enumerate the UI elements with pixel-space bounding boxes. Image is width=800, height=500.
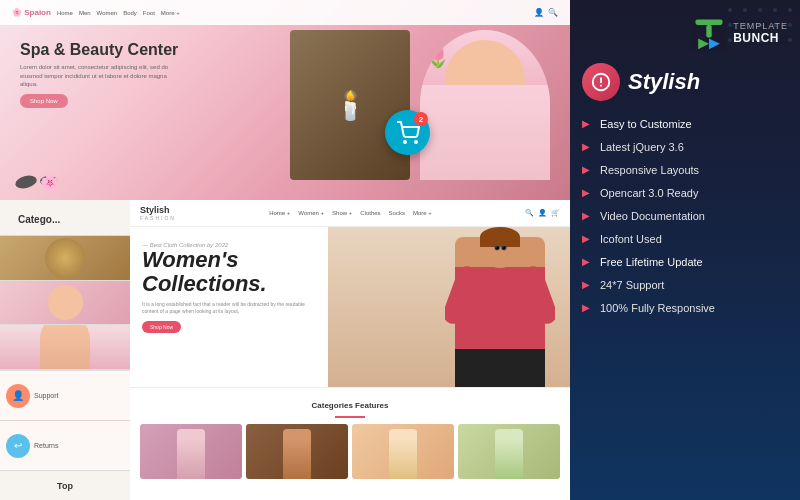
cat-thumb-1 — [140, 424, 242, 479]
cat-thumb-4 — [458, 424, 560, 479]
arrow-icon-2: ▶ — [582, 164, 594, 176]
spa-woman-figure: 🌷 — [420, 30, 550, 180]
svg-point-2 — [728, 8, 732, 12]
right-panel: TEMPLATE BUNCH Stylish ▶ Easy to Customi… — [570, 0, 800, 500]
svg-point-15 — [773, 38, 777, 42]
arrow-icon-8: ▶ — [582, 302, 594, 314]
product-name: Stylish — [628, 69, 700, 95]
arrow-icon-4: ▶ — [582, 210, 594, 222]
svg-point-6 — [788, 8, 792, 12]
fashion-title: Women's Collections. — [142, 248, 316, 296]
categories-section: Categories Features — [130, 387, 570, 487]
feature-text-8: 100% Fully Responsive — [600, 302, 715, 314]
feature-text-1: Latest jQuery 3.6 — [600, 141, 684, 153]
arrow-icon-1: ▶ — [582, 141, 594, 153]
thumb-item-1 — [0, 236, 130, 281]
flower-decoration: 🌷 — [425, 45, 450, 69]
arrow-icon-6: ▶ — [582, 256, 594, 268]
feature-text-0: Easy to Customize — [600, 118, 692, 130]
fashion-nav-icons: 🔍 👤 🛒 — [525, 209, 560, 217]
fashion-nav-links: Home + Women + Show + Clothes Socks More… — [269, 210, 432, 216]
svg-point-12 — [728, 38, 732, 42]
fashion-model: 🕶️ — [328, 227, 570, 387]
feature-text-3: Opencart 3.0 Ready — [600, 187, 698, 199]
cat-thumb-3 — [352, 424, 454, 479]
svg-point-14 — [758, 38, 762, 42]
svg-point-13 — [743, 38, 747, 42]
spa-nav: 🌸 Spaion Home Men Women Body Foot More +… — [0, 0, 570, 25]
feature-item-5: ▶ Icofont Used — [582, 230, 788, 248]
candle-area: 🕯️ — [290, 30, 410, 180]
feature-text-6: Free Lifetime Update — [600, 256, 703, 268]
fashion-hero: — Best Cloth Collection by 2022 Women's … — [130, 227, 570, 387]
fashion-desc: It is a long established fact that a rea… — [142, 301, 316, 315]
spa-screenshot: 🌸 Spaion Home Men Women Body Foot More +… — [0, 0, 570, 200]
bottom-grid: Catego... 👤 — [0, 200, 570, 500]
svg-point-0 — [404, 141, 406, 143]
features-list: ▶ Easy to Customize ▶ Latest jQuery 3.6 … — [582, 115, 788, 317]
spa-subtitle: Lorem dolor sit amet, consectetur adipis… — [20, 63, 180, 88]
categories-title: Categories Features — [140, 401, 560, 410]
arrow-icon-7: ▶ — [582, 279, 594, 291]
fashion-nav: Stylish FASHION Home + Women + Show + Cl… — [130, 200, 570, 227]
svg-point-1 — [415, 141, 417, 143]
feature-item-3: ▶ Opencart 3.0 Ready — [582, 184, 788, 202]
feature-item-0: ▶ Easy to Customize — [582, 115, 788, 133]
thumb-column: Catego... 👤 — [0, 200, 130, 500]
returns-area: ↩ Returns — [0, 420, 130, 470]
returns-text: Returns — [34, 442, 59, 449]
top-label-area: Top — [0, 470, 130, 500]
top-label: Top — [57, 481, 73, 491]
cat-thumb-2 — [246, 424, 348, 479]
spa-flower-decor: 🌸 — [40, 173, 60, 192]
feature-text-7: 24*7 Support — [600, 279, 664, 291]
feature-text-4: Video Documentation — [600, 210, 705, 222]
svg-point-7 — [728, 23, 732, 27]
svg-rect-18 — [696, 20, 723, 25]
svg-point-10 — [773, 23, 777, 27]
fashion-text-area: — Best Cloth Collection by 2022 Women's … — [130, 227, 328, 387]
spa-shop-btn[interactable]: Shop Now — [20, 94, 68, 108]
support-icon: 👤 — [6, 384, 30, 408]
dots-background — [720, 0, 800, 80]
feature-item-2: ▶ Responsive Layouts — [582, 161, 788, 179]
svg-point-16 — [788, 38, 792, 42]
product-logo-icon — [590, 71, 612, 93]
cat-underline — [335, 416, 365, 418]
thumb-item-2 — [0, 281, 130, 326]
svg-rect-19 — [706, 25, 711, 38]
arrow-icon-5: ▶ — [582, 233, 594, 245]
feature-text-2: Responsive Layouts — [600, 164, 699, 176]
fashion-shop-btn[interactable]: Shop Now — [142, 321, 181, 333]
arrow-icon-0: ▶ — [582, 118, 594, 130]
svg-point-3 — [743, 8, 747, 12]
support-area: 👤 Support — [0, 370, 130, 420]
thumb-item-3 — [0, 325, 130, 370]
svg-point-5 — [773, 8, 777, 12]
support-text: Support — [34, 392, 59, 399]
spa-nav-links: Home Men Women Body Foot More + — [57, 10, 180, 16]
feature-item-8: ▶ 100% Fully Responsive — [582, 299, 788, 317]
cart-badge[interactable]: 2 — [385, 110, 430, 155]
svg-point-4 — [758, 8, 762, 12]
feature-item-7: ▶ 24*7 Support — [582, 276, 788, 294]
svg-point-11 — [788, 23, 792, 27]
spa-nav-icons: 👤 🔍 — [534, 8, 558, 17]
cat-heading-wrapper: Categories Features — [140, 396, 560, 424]
feature-item-4: ▶ Video Documentation — [582, 207, 788, 225]
fashion-logo-sub: FASHION — [140, 215, 176, 221]
category-header: Catego... — [0, 200, 130, 236]
category-label: Catego... — [8, 206, 122, 229]
returns-icon: ↩ — [6, 434, 30, 458]
product-icon — [582, 63, 620, 101]
arrow-icon-3: ▶ — [582, 187, 594, 199]
spa-logo: 🌸 Spaion — [12, 8, 51, 17]
left-panel: 🌸 Spaion Home Men Women Body Foot More +… — [0, 0, 570, 500]
feature-text-5: Icofont Used — [600, 233, 662, 245]
svg-point-8 — [743, 23, 747, 27]
fashion-logo: Stylish — [140, 205, 176, 215]
feature-item-1: ▶ Latest jQuery 3.6 — [582, 138, 788, 156]
svg-point-9 — [758, 23, 762, 27]
categories-grid — [140, 424, 560, 479]
fashion-main: Stylish FASHION Home + Women + Show + Cl… — [130, 200, 570, 500]
